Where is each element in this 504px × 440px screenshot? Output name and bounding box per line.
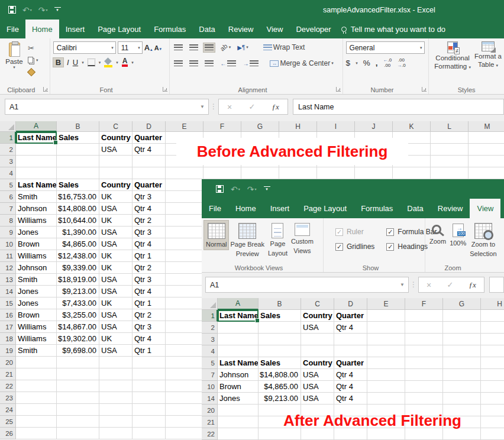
cell-C3[interactable] [301,334,334,345]
tab-formulas[interactable]: Formulas [354,199,400,218]
cell-C22[interactable] [301,428,334,440]
cell-E9[interactable] [166,227,203,238]
cell-H22[interactable] [481,428,504,440]
cell-A22[interactable] [16,380,57,392]
cell-D6[interactable]: Qtr 3 [133,191,166,203]
row-header-14[interactable]: 14 [202,393,218,405]
cell-F14[interactable] [405,393,443,405]
cell-A3[interactable] [218,334,259,345]
cell-H1[interactable] [481,310,504,322]
col-header-A[interactable]: A [16,121,57,132]
cell-C15[interactable]: UK [99,297,133,309]
cell-C4[interactable] [301,345,334,357]
cell-B24[interactable] [57,404,99,416]
cell-B5[interactable]: Sales [57,179,99,191]
cell-E4[interactable] [166,167,203,179]
cell-B17[interactable]: $14,867.00 [57,321,99,333]
cell-A10[interactable]: Brown [16,238,57,250]
cell-D3[interactable] [334,334,367,345]
inset-name-box-dropdown-icon[interactable]: ▼ [400,277,405,292]
row-header-13[interactable]: 13 [0,274,16,286]
row-header-20[interactable]: 20 [202,405,218,416]
cell-A2[interactable] [16,144,57,156]
align-right-button[interactable] [203,59,215,68]
cell-B1[interactable]: Sales [259,310,301,322]
row-header-5[interactable]: 5 [202,357,218,369]
cell-C12[interactable]: UK [99,262,133,274]
cell-E16[interactable] [166,309,203,321]
zoom-button[interactable]: Zoom [428,221,448,247]
cut-button[interactable]: ✂ [28,43,38,53]
col-header-B[interactable]: B [259,298,301,310]
cell-E24[interactable] [166,404,203,416]
cell-G7[interactable] [443,369,481,381]
col-header-D[interactable]: D [133,121,166,132]
bold-button[interactable]: B [53,58,63,67]
col-header-A[interactable]: A [218,298,259,310]
tab-page-layout[interactable]: Page Layout [296,199,354,218]
accounting-format-button[interactable]: $ [346,59,351,67]
cell-B16[interactable]: $3,255.00 [57,309,99,321]
row-header-25[interactable]: 25 [0,416,16,428]
row-header-22[interactable]: 22 [202,428,218,440]
fill-color-icon[interactable] [104,59,112,67]
col-header-L[interactable]: L [431,121,469,132]
tab-developer[interactable]: Developer [289,20,337,38]
col-header-C[interactable]: C [301,298,334,310]
cell-G2[interactable] [443,322,481,334]
italic-button[interactable]: I [67,58,69,67]
cell-B14[interactable]: $9,213.00 [259,393,301,405]
cell-D4[interactable] [334,345,367,357]
col-header-H[interactable]: H [279,121,317,132]
cell-E26[interactable] [166,428,203,439]
row-header-11[interactable]: 11 [0,250,16,262]
cell-C9[interactable]: USA [99,227,133,238]
cell-C22[interactable] [99,380,133,392]
cell-E22[interactable] [166,380,203,392]
row-header-1[interactable]: 1 [0,132,16,144]
col-header-G[interactable]: G [443,298,481,310]
insert-function-icon[interactable]: ƒx [272,102,279,112]
cell-G3[interactable] [443,334,481,345]
row-header-16[interactable]: 16 [0,309,16,321]
tab-formulas[interactable]: Formulas [147,20,192,38]
cell-A21[interactable] [218,416,259,428]
row-header-3[interactable]: 3 [0,156,16,167]
cell-M2[interactable] [469,144,504,156]
cell-D25[interactable] [133,416,166,428]
cell-L3[interactable] [431,156,469,167]
row-header-14[interactable]: 14 [0,286,16,297]
cell-K4[interactable] [393,167,431,179]
cell-A17[interactable]: Williams [16,321,57,333]
cell-B4[interactable] [259,345,301,357]
cell-C21[interactable] [99,368,133,380]
custom-views-button[interactable]: CustomViews [289,221,315,256]
text-direction-button[interactable]: ▶¶▾ [236,43,250,52]
percent-style-button[interactable]: % [363,59,370,67]
cell-C10[interactable]: USA [301,381,334,393]
cell-C2[interactable]: USA [99,144,133,156]
cancel-entry-icon[interactable]: × [227,102,232,112]
cell-A11[interactable]: Williams [16,250,57,262]
row-header-12[interactable]: 12 [0,262,16,274]
cell-A5[interactable]: Last Name [218,357,259,369]
cell-D24[interactable] [133,404,166,416]
col-header-J[interactable]: J [355,121,393,132]
normal-button[interactable]: Normal [204,221,228,250]
conditional-formatting-button[interactable]: Conditional Formatting ▾ [434,41,471,71]
cell-E11[interactable] [166,250,203,262]
row-header-8[interactable]: 8 [0,215,16,227]
decrease-indent-button[interactable]: ← [219,59,237,68]
cell-E14[interactable] [367,393,405,405]
number-format-combobox[interactable]: General▾ [346,41,425,54]
row-header-24[interactable]: 24 [0,404,16,416]
row-header-10[interactable]: 10 [0,238,16,250]
ruler-checkbox[interactable]: ✓Ruler [335,228,374,236]
inset-confirm-entry-icon[interactable]: ✓ [447,280,453,289]
cell-B3[interactable] [57,156,99,167]
cell-C1[interactable]: Country [301,310,334,322]
col-header-H[interactable]: H [481,298,504,310]
redo-button[interactable]: ↷▾ [38,6,48,14]
cell-H3[interactable] [481,334,504,345]
cell-E10[interactable] [367,381,405,393]
